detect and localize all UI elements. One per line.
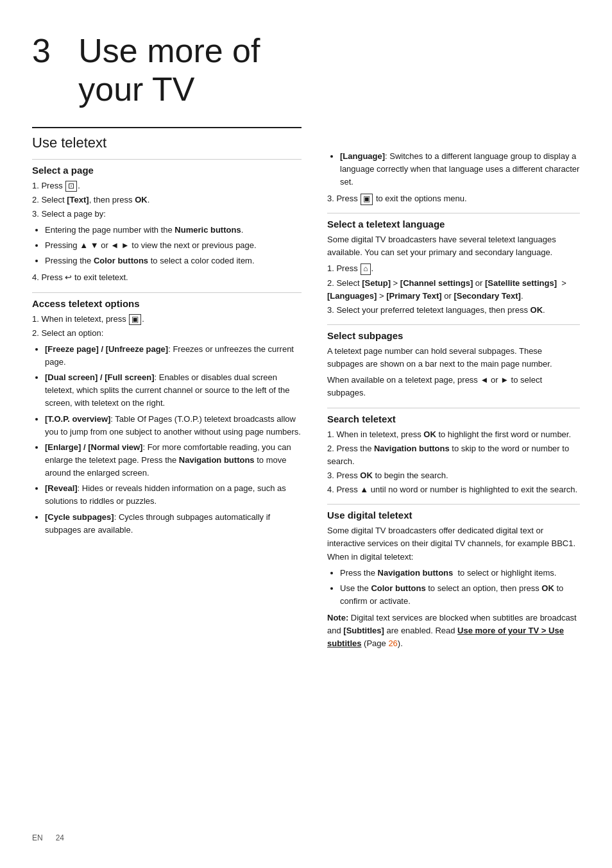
subsection-select-page: Select a page xyxy=(32,165,302,176)
list-item: Entering the page number with the Numeri… xyxy=(45,224,302,237)
step-item: 1. When in teletext, press ▣. xyxy=(32,313,302,326)
list-item: [T.O.P. overview]: Table Of Pages (T.O.P… xyxy=(45,413,302,438)
chapter-title: 3 Use more of your TV xyxy=(32,32,580,109)
chapter-title-line1: Use more of your TV xyxy=(32,32,260,108)
step-item: 2. Press the Navigation buttons to skip … xyxy=(327,442,580,468)
footer-lang: EN xyxy=(32,833,43,842)
steps-search: 1. When in teletext, press OK to highlig… xyxy=(327,428,580,497)
subsection-digital-teletext: Use digital teletext xyxy=(327,510,580,521)
digital-teletext-note: Note: Digital text services are blocked … xyxy=(327,612,580,650)
step-exit-options: 3. Press ▣ to exit the options menu. xyxy=(327,192,580,205)
list-item: [Reveal]: Hides or reveals hidden inform… xyxy=(45,482,302,508)
bullets-options-right: [Language]: Switches to a different lang… xyxy=(327,150,580,188)
step-item: 1. Press ⊡. xyxy=(32,179,302,192)
right-column: [Language]: Switches to a different lang… xyxy=(327,127,580,817)
list-item: Use the Color buttons to select an optio… xyxy=(340,582,580,608)
page: 3 Use more of your TV Use teletext Selec… xyxy=(0,0,612,868)
list-item: [Enlarge] / [Normal view]: For more comf… xyxy=(45,441,302,480)
exit-icon: ▣ xyxy=(361,194,373,205)
section-title-teletext: Use teletext xyxy=(32,135,302,151)
chapter-number: 3 xyxy=(32,32,51,69)
footer-page: 24 xyxy=(56,833,64,842)
subsection-access-options: Access teletext options xyxy=(32,298,302,309)
subpages-intro: A teletext page number can hold several … xyxy=(327,345,580,371)
steps-teletext-language: 1. Press ⌂. 2. Select [Setup] > [Channel… xyxy=(327,262,580,317)
bullets-select-page: Entering the page number with the Numeri… xyxy=(32,224,302,267)
step-item: 1. When in teletext, press OK to highlig… xyxy=(327,428,580,441)
step-exit: 4. Press ↩ to exit teletext. xyxy=(32,271,302,284)
teletext-icon: ⊡ xyxy=(65,181,77,192)
subsection-teletext-language: Select a teletext language xyxy=(327,219,580,230)
home-icon: ⌂ xyxy=(361,263,370,275)
left-column: Use teletext Select a page 1. Press ⊡. 2… xyxy=(32,127,302,817)
subsection-search: Search teletext xyxy=(327,413,580,424)
list-item: Pressing the Color buttons to select a c… xyxy=(45,255,302,267)
steps-select-page: 1. Press ⊡. 2. Select [Text], then press… xyxy=(32,179,302,221)
step-item: 4. Press ▲ until no word or number is hi… xyxy=(327,483,580,496)
teletext-language-intro: Some digital TV broadcasters have severa… xyxy=(327,233,580,259)
step-item: 3. Select a page by: xyxy=(32,208,302,221)
digital-teletext-intro: Some digital TV broadcasters offer dedic… xyxy=(327,524,580,563)
list-item: [Freeze page] / [Unfreeze page]: Freezes… xyxy=(45,343,302,369)
list-item: [Dual screen] / [Full screen]: Enables o… xyxy=(45,371,302,410)
bullets-options: [Freeze page] / [Unfreeze page]: Freezes… xyxy=(32,343,302,537)
list-item: [Cycle subpages]: Cycles through subpage… xyxy=(45,511,302,537)
step-item: 2. Select [Setup] > [Channel settings] o… xyxy=(327,277,580,303)
subsection-subpages: Select subpages xyxy=(327,330,580,341)
step-item: 3. Select your preferred teletext langua… xyxy=(327,304,580,317)
footer: EN 24 xyxy=(32,830,580,842)
list-item: Press the Navigation buttons to select o… xyxy=(340,567,580,580)
step-item: 2. Select an option: xyxy=(32,327,302,340)
list-item: Pressing ▲ ▼ or ◄ ► to view the next or … xyxy=(45,239,302,252)
step-item: 3. Press OK to begin the search. xyxy=(327,469,580,482)
list-item: [Language]: Switches to a different lang… xyxy=(340,150,580,188)
bullets-digital: Press the Navigation buttons to select o… xyxy=(327,567,580,608)
subpages-body: When available on a teletext page, press… xyxy=(327,374,580,399)
steps-access-options: 1. When in teletext, press ▣. 2. Select … xyxy=(32,313,302,340)
step-item: 2. Select [Text], then press OK. xyxy=(32,194,302,206)
options-icon: ▣ xyxy=(129,314,141,326)
step-item: 1. Press ⌂. xyxy=(327,262,580,275)
